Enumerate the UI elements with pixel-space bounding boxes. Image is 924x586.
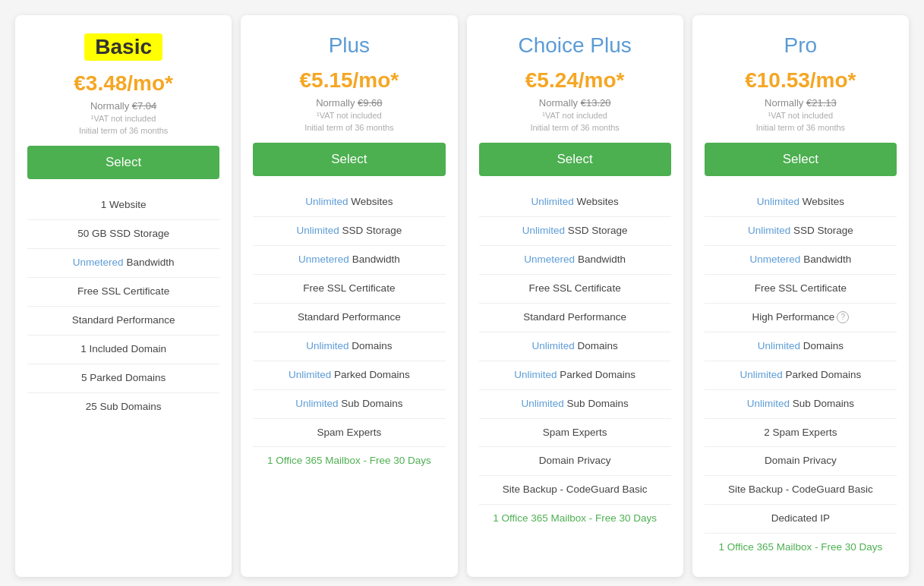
plain-text: 5 Parked Domains bbox=[81, 372, 166, 383]
plan-price-pro: €10.53/mo* bbox=[705, 68, 897, 93]
highlight-text: Unlimited bbox=[514, 369, 557, 380]
select-button-choice-plus[interactable]: Select bbox=[479, 143, 671, 176]
list-item: 2 Spam Experts bbox=[705, 418, 897, 447]
plain-text: High Performance bbox=[752, 311, 834, 323]
plan-term-pro: Initial term of 36 months bbox=[705, 123, 897, 132]
plan-card-pro: Pro€10.53/mo*Normally €21.13¹VAT not inc… bbox=[692, 15, 909, 577]
list-item: Standard Performance bbox=[479, 303, 671, 332]
highlight-text: Unlimited bbox=[289, 369, 331, 380]
plain-text: 1 Website bbox=[101, 199, 147, 210]
plan-vat-pro: ¹VAT not included bbox=[705, 110, 897, 121]
highlight-text: Unmetered bbox=[298, 254, 349, 265]
list-item: Unlimited Websites bbox=[479, 188, 671, 216]
plain-text: Site Backup - CodeGuard Basic bbox=[503, 484, 648, 495]
plain-text: Websites bbox=[799, 196, 844, 207]
plain-text: Free SSL Certificate bbox=[77, 285, 169, 297]
plain-text: Free SSL Certificate bbox=[755, 282, 847, 294]
highlight-text: Unlimited bbox=[305, 196, 348, 207]
list-item: Free SSL Certificate bbox=[253, 274, 445, 303]
plan-normal-price-pro: Normally €21.13 bbox=[705, 97, 897, 109]
plain-text: SSD Storage bbox=[790, 225, 853, 236]
office365-text: 1 Office 365 Mailbox - Free 30 Days bbox=[493, 512, 657, 524]
plan-term-plus: Initial term of 36 months bbox=[253, 123, 445, 132]
plan-term-basic: Initial term of 36 months bbox=[27, 126, 219, 135]
features-list-plus: Unlimited WebsitesUnlimited SSD StorageU… bbox=[253, 188, 445, 475]
list-item: Unlimited Domains bbox=[479, 332, 671, 361]
plain-text: Bandwidth bbox=[349, 254, 400, 265]
plain-text: 2 Spam Experts bbox=[764, 427, 837, 438]
list-item: 50 GB SSD Storage bbox=[27, 219, 219, 248]
plain-text: Sub Domains bbox=[339, 398, 403, 409]
plain-text: SSD Storage bbox=[339, 225, 402, 236]
plain-text: Sub Domains bbox=[790, 398, 854, 409]
list-item: Unlimited Sub Domains bbox=[253, 389, 445, 418]
plain-text: Domains bbox=[349, 340, 393, 351]
highlight-text: Unlimited bbox=[522, 398, 564, 409]
list-item: Site Backup - CodeGuard Basic bbox=[705, 475, 897, 504]
plain-text: Domain Privacy bbox=[539, 455, 611, 466]
plain-text: Sub Domains bbox=[564, 398, 629, 409]
plain-text: Bandwidth bbox=[124, 257, 175, 268]
plain-text: Domains bbox=[575, 340, 618, 351]
plan-name-basic: Basic bbox=[84, 33, 162, 61]
plain-text: Site Backup - CodeGuard Basic bbox=[728, 484, 873, 495]
list-item: Unlimited Parked Domains bbox=[253, 361, 445, 389]
list-item: Unmetered Bandwidth bbox=[253, 245, 445, 274]
list-item: Free SSL Certificate bbox=[705, 274, 897, 303]
plain-text: Spam Experts bbox=[317, 427, 381, 438]
info-icon[interactable]: ? bbox=[837, 311, 849, 323]
plans-container: Basic€3.48/mo*Normally €7.04¹VAT not inc… bbox=[15, 15, 909, 577]
select-button-pro[interactable]: Select bbox=[705, 143, 897, 176]
list-item: 1 Office 365 Mailbox - Free 30 Days bbox=[253, 446, 445, 475]
plan-name-pro: Pro bbox=[705, 33, 897, 58]
list-item: Unlimited SSD Storage bbox=[253, 216, 445, 245]
plain-text: Dedicated IP bbox=[771, 512, 830, 524]
features-list-choice-plus: Unlimited WebsitesUnlimited SSD StorageU… bbox=[479, 188, 671, 533]
list-item: 1 Office 365 Mailbox - Free 30 Days bbox=[705, 533, 897, 562]
highlight-text: Unlimited bbox=[306, 340, 348, 351]
list-item: Unlimited Websites bbox=[253, 188, 445, 216]
list-item: Unlimited SSD Storage bbox=[479, 216, 671, 245]
plain-text: Free SSL Certificate bbox=[303, 282, 395, 294]
plain-text: Parked Domains bbox=[783, 369, 862, 380]
list-item: Free SSL Certificate bbox=[479, 274, 671, 303]
plain-text: 25 Sub Domains bbox=[86, 401, 162, 412]
office365-text: 1 Office 365 Mailbox - Free 30 Days bbox=[267, 455, 431, 466]
plain-text: Spam Experts bbox=[543, 427, 607, 438]
select-button-plus[interactable]: Select bbox=[253, 143, 445, 176]
plan-normal-price-basic: Normally €7.04 bbox=[27, 100, 219, 112]
highlight-text: Unlimited bbox=[748, 225, 790, 236]
list-item: 1 Office 365 Mailbox - Free 30 Days bbox=[479, 504, 671, 533]
list-item: Standard Performance bbox=[27, 306, 219, 335]
plan-name-plus: Plus bbox=[253, 33, 445, 58]
highlight-text: Unmetered bbox=[750, 254, 801, 265]
list-item: Unlimited Sub Domains bbox=[705, 389, 897, 418]
highlight-text: Unmetered bbox=[73, 257, 124, 268]
plain-text: Websites bbox=[348, 196, 393, 207]
list-item: 5 Parked Domains bbox=[27, 364, 219, 392]
list-item: Standard Performance bbox=[253, 303, 445, 332]
plain-text: Domains bbox=[800, 340, 844, 351]
highlight-text: Unlimited bbox=[531, 196, 573, 207]
list-item: Free SSL Certificate bbox=[27, 277, 219, 306]
highlight-text: Unlimited bbox=[740, 369, 782, 380]
plan-vat-plus: ¹VAT not included bbox=[253, 110, 445, 121]
highlight-text: Unlimited bbox=[295, 398, 338, 409]
plain-text: 50 GB SSD Storage bbox=[77, 228, 169, 239]
list-item: Spam Experts bbox=[479, 418, 671, 447]
plain-text: Bandwidth bbox=[575, 254, 626, 265]
list-item: 25 Sub Domains bbox=[27, 392, 219, 421]
list-item: Spam Experts bbox=[253, 418, 445, 447]
plan-normal-price-choice-plus: Normally €13.20 bbox=[479, 97, 671, 109]
plain-text: Standard Performance bbox=[298, 311, 401, 323]
select-button-basic[interactable]: Select bbox=[27, 146, 219, 179]
list-item: Unlimited Parked Domains bbox=[479, 361, 671, 389]
highlight-text: Unmetered bbox=[524, 254, 575, 265]
highlight-text: Unlimited bbox=[531, 340, 574, 351]
list-item: Domain Privacy bbox=[479, 446, 671, 475]
list-item: Dedicated IP bbox=[705, 504, 897, 533]
list-item: Unmetered Bandwidth bbox=[27, 248, 219, 277]
features-list-basic: 1 Website50 GB SSD StorageUnmetered Band… bbox=[27, 191, 219, 421]
plain-text: Standard Performance bbox=[523, 311, 626, 323]
features-list-pro: Unlimited WebsitesUnlimited SSD StorageU… bbox=[705, 188, 897, 562]
